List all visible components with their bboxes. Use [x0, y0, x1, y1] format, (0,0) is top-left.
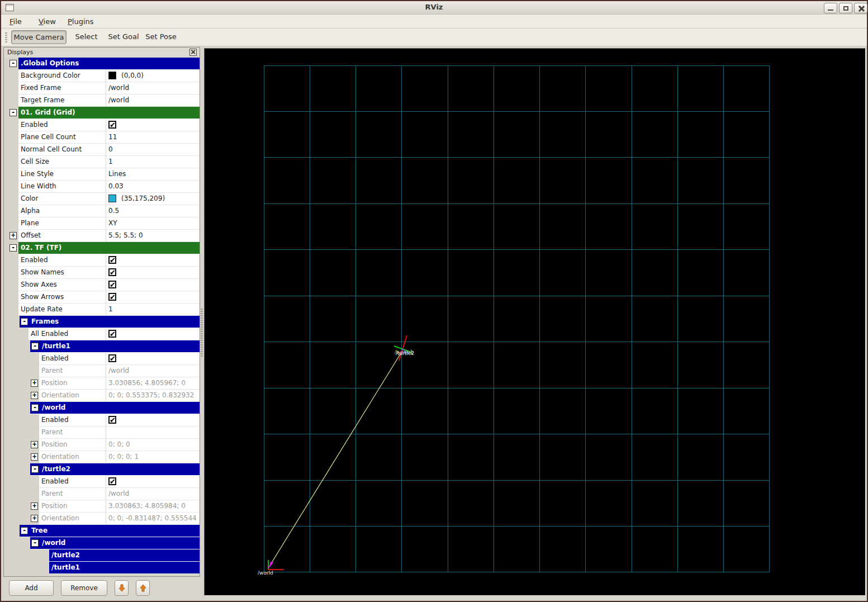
- displays-panel-title: Displays: [4, 48, 200, 58]
- panel-splitter[interactable]: [200, 47, 204, 596]
- property-row-offset[interactable]: +Offset5.5; 5.5; 0: [4, 230, 200, 242]
- checkbox-checked-icon[interactable]: ✔: [108, 477, 116, 485]
- tool-select[interactable]: Select: [71, 30, 102, 44]
- checkbox-checked-icon[interactable]: ✔: [108, 268, 116, 276]
- property-row-normal-cell-count[interactable]: Normal Cell Count0: [4, 144, 200, 156]
- expand-icon[interactable]: +: [31, 392, 38, 399]
- 3d-viewport[interactable]: /world/turtle1/turtle2: [204, 48, 866, 596]
- property-row-plane[interactable]: PlaneXY: [4, 217, 200, 230]
- property-row-show-axes[interactable]: Show Axes✔: [4, 279, 200, 291]
- collapse-icon[interactable]: -: [31, 343, 39, 350]
- row-label: Target Frame: [21, 94, 64, 106]
- remove-display-button[interactable]: Remove: [61, 580, 107, 596]
- row-value: /world: [106, 488, 200, 500]
- property-row-line-style[interactable]: Line StyleLines: [4, 168, 200, 181]
- checkbox-checked-icon[interactable]: ✔: [108, 256, 116, 264]
- property-row-enabled[interactable]: Enabled✔: [4, 119, 200, 131]
- property-row-position[interactable]: +Position0; 0; 0: [4, 439, 200, 451]
- property-row-orientation[interactable]: +Orientation0; 0; -0.831487; 0.555544: [4, 513, 200, 525]
- menu-file[interactable]: File: [7, 16, 25, 27]
- display-header-01-grid-grid[interactable]: -01. Grid (Grid): [4, 107, 200, 119]
- title-bar[interactable]: RViz: [1, 1, 867, 15]
- property-row-enabled[interactable]: Enabled✔: [4, 254, 200, 267]
- checkbox-checked-icon[interactable]: ✔: [108, 330, 116, 338]
- row-value: 11: [106, 131, 200, 143]
- add-display-button[interactable]: Add: [9, 580, 54, 596]
- maximize-button[interactable]: [839, 3, 852, 13]
- color-swatch[interactable]: [108, 72, 116, 79]
- property-row-all-enabled[interactable]: All Enabled✔: [4, 328, 200, 340]
- display-header-world[interactable]: -/world: [4, 537, 200, 549]
- menu-plugins[interactable]: Plugins: [65, 16, 97, 27]
- checkbox-checked-icon[interactable]: ✔: [108, 416, 116, 424]
- display-header-turtle2[interactable]: /turtle2: [4, 549, 200, 562]
- property-row-color[interactable]: Color(35,175,209): [4, 193, 200, 205]
- property-row-show-names[interactable]: Show Names✔: [4, 267, 200, 279]
- row-body: /turtle1: [49, 562, 200, 574]
- row-value: (35,175,209): [106, 193, 200, 205]
- expand-icon[interactable]: +: [31, 515, 38, 522]
- display-header-02-tf-tf[interactable]: -02. TF (TF): [4, 242, 200, 254]
- property-row-target-frame[interactable]: Target Frame/world: [4, 94, 200, 107]
- minimize-button[interactable]: [824, 3, 837, 13]
- expand-icon[interactable]: +: [31, 380, 38, 387]
- collapse-icon[interactable]: -: [31, 404, 39, 411]
- property-row-line-width[interactable]: Line Width0.03: [4, 181, 200, 193]
- property-row-parent[interactable]: Parent/world: [4, 365, 200, 377]
- checkbox-checked-icon[interactable]: ✔: [108, 121, 116, 129]
- property-row-background-color[interactable]: Background Color(0,0,0): [4, 70, 200, 82]
- collapse-icon[interactable]: -: [10, 244, 17, 252]
- display-header-turtle2[interactable]: -/turtle2: [4, 463, 200, 476]
- menu-view[interactable]: View: [36, 16, 59, 27]
- property-row-position[interactable]: +Position3.030856; 4.805967; 0: [4, 377, 200, 390]
- row-label: Offset: [21, 230, 41, 241]
- display-header-frames[interactable]: -Frames: [4, 316, 200, 328]
- display-header-world[interactable]: -/world: [4, 402, 200, 414]
- property-row-parent[interactable]: Parent/world: [4, 488, 200, 500]
- expand-icon[interactable]: +: [31, 503, 38, 510]
- collapse-icon[interactable]: -: [31, 539, 39, 547]
- row-body: Update Rate1: [18, 304, 200, 316]
- tool-set-goal[interactable]: Set Goal: [106, 30, 141, 44]
- move-up-button[interactable]: [136, 580, 150, 596]
- tool-set-pose[interactable]: Set Pose: [143, 30, 179, 44]
- expand-icon[interactable]: +: [10, 232, 17, 239]
- checkbox-checked-icon[interactable]: ✔: [108, 293, 116, 301]
- checkbox-checked-icon[interactable]: ✔: [108, 281, 116, 288]
- property-row-enabled[interactable]: Enabled✔: [4, 476, 200, 488]
- property-row-enabled[interactable]: Enabled✔: [4, 353, 200, 365]
- row-value: /world: [106, 94, 200, 106]
- display-header-tree[interactable]: -Tree: [4, 525, 200, 537]
- property-row-fixed-frame[interactable]: Fixed Frame/world: [4, 82, 200, 94]
- row-value: 1: [106, 304, 200, 315]
- collapse-icon[interactable]: -: [31, 466, 39, 473]
- panel-close-button[interactable]: [189, 49, 197, 56]
- close-button[interactable]: [854, 3, 867, 13]
- expand-icon[interactable]: +: [31, 441, 38, 448]
- property-row-orientation[interactable]: +Orientation0; 0; 0.553375; 0.832932: [4, 390, 200, 402]
- tool-move-camera[interactable]: Move Camera: [11, 30, 67, 44]
- move-down-button[interactable]: [115, 580, 129, 596]
- property-row-enabled[interactable]: Enabled✔: [4, 414, 200, 426]
- expand-icon[interactable]: +: [31, 453, 38, 461]
- property-row-plane-cell-count[interactable]: Plane Cell Count11: [4, 131, 200, 144]
- collapse-icon[interactable]: -: [21, 318, 28, 325]
- collapse-icon[interactable]: -: [21, 527, 28, 534]
- property-row-show-arrows[interactable]: Show Arrows✔: [4, 291, 200, 304]
- row-body: Alpha0.5: [18, 205, 200, 217]
- collapse-icon[interactable]: -: [10, 60, 17, 67]
- collapse-icon[interactable]: -: [10, 109, 17, 116]
- display-header-turtle1[interactable]: -/turtle1: [4, 340, 200, 353]
- property-row-position[interactable]: +Position3.030863; 4.805984; 0: [4, 500, 200, 513]
- color-swatch[interactable]: [108, 195, 116, 202]
- property-row-update-rate[interactable]: Update Rate1: [4, 304, 200, 316]
- display-header-global-options[interactable]: -.Global Options: [4, 58, 200, 70]
- property-row-cell-size[interactable]: Cell Size1: [4, 156, 200, 168]
- toolbar-drag-handle-icon[interactable]: [5, 31, 7, 44]
- checkbox-checked-icon[interactable]: ✔: [108, 354, 116, 362]
- row-value: 0: [106, 144, 200, 155]
- property-row-alpha[interactable]: Alpha0.5: [4, 205, 200, 217]
- property-row-parent[interactable]: Parent: [4, 426, 200, 439]
- display-header-turtle1[interactable]: /turtle1: [4, 562, 200, 574]
- property-row-orientation[interactable]: +Orientation0; 0; 0; 1: [4, 451, 200, 463]
